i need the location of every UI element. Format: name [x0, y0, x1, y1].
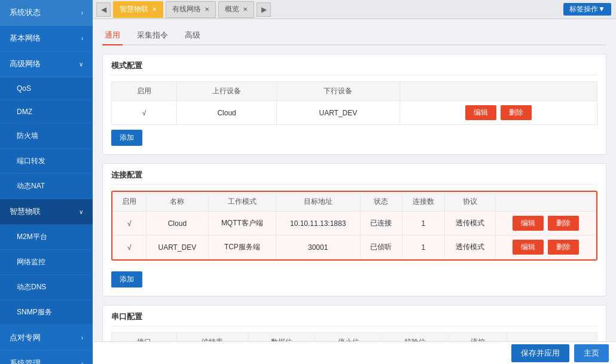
mode-action-cell: 编辑 删除	[400, 101, 597, 125]
chevron-down-icon: ∨	[79, 209, 83, 215]
chevron-right-icon: ›	[81, 360, 83, 365]
serial-table: 接口 波特率 数据位 停止位 校验位 流控 COM1 115200 8 1	[111, 332, 597, 341]
conn-row1-connections: 1	[402, 212, 444, 235]
table-row: √ Cloud UART_DEV 编辑 删除	[112, 101, 597, 125]
serial-col-parity: 校验位	[382, 333, 449, 342]
mode-section-title: 模式配置	[111, 60, 597, 75]
conn-row1-name: Cloud	[146, 212, 209, 235]
connection-section-title: 连接配置	[111, 170, 597, 185]
tab-advanced[interactable]: 高级	[182, 26, 203, 45]
sidebar-item-qos[interactable]: QoS	[0, 77, 93, 100]
sidebar-item-port-forward[interactable]: 端口转发	[0, 149, 93, 174]
conn-row2-name: UART_DEV	[146, 235, 209, 259]
tabbar: ◀ 智慧物联 ✕ 有线网络 ✕ 概览 ✕ ▶ 标签操作▼	[93, 0, 616, 19]
sidebar-item-firewall[interactable]: 防火墙	[0, 124, 93, 149]
tab-close-overview[interactable]: ✕	[243, 6, 248, 13]
serial-section-title: 串口配置	[111, 311, 597, 326]
serial-col-flowcontrol: 流控	[449, 333, 507, 342]
conn-row2-status: 已侦听	[360, 235, 402, 259]
sidebar-item-vpn[interactable]: 点对专网 ›	[0, 325, 93, 351]
mode-delete-button[interactable]: 删除	[501, 105, 532, 120]
serial-col-baudrate: 波特率	[177, 333, 249, 342]
conn-row1-target: 10.10.11.13:1883	[276, 212, 360, 235]
conn-row1-mode: MQTT客户端	[209, 212, 276, 235]
mode-edit-button[interactable]: 编辑	[465, 105, 496, 120]
conn-row2-edit-button[interactable]: 编辑	[513, 240, 544, 255]
conn-row2-mode: TCP服务端	[209, 235, 276, 259]
sidebar-item-sys-mgmt[interactable]: 系统管理 ›	[0, 351, 93, 364]
serial-col-interface: 接口	[112, 333, 177, 342]
sidebar-item-advanced-network[interactable]: 高级网络 ∨	[0, 51, 93, 77]
table-row: √ Cloud MQTT客户端 10.10.11.13:1883 已连接 1 透…	[113, 212, 596, 235]
serial-col-stopbits: 停止位	[315, 333, 382, 342]
sidebar: 系统状态 › 基本网络 › 高级网络 ∨ QoS DMZ 防火墙 端口转发 动态…	[0, 0, 93, 364]
inner-tabs: 通用 采集指令 高级	[102, 26, 606, 45]
connection-add-button[interactable]: 添加	[111, 271, 142, 287]
mode-downstream-cell: UART_DEV	[277, 101, 400, 125]
sidebar-item-dmz[interactable]: DMZ	[0, 100, 93, 124]
save-apply-button[interactable]: 保存并应用	[511, 344, 569, 362]
tab-next-button[interactable]: ▶	[257, 2, 271, 17]
conn-col-connections: 连接数	[402, 192, 444, 212]
conn-row1-enabled: √	[113, 212, 147, 235]
tag-ops-button[interactable]: 标签操作▼	[563, 3, 611, 16]
mode-config-section: 模式配置 启用 上行设备 下行设备 √ Cloud UART_DEV	[102, 54, 606, 155]
tab-prev-button[interactable]: ◀	[96, 2, 111, 17]
serial-col-actions	[507, 333, 597, 342]
conn-col-status: 状态	[360, 192, 402, 212]
sidebar-item-m2m[interactable]: M2M平台	[0, 225, 93, 250]
main-content: ◀ 智慧物联 ✕ 有线网络 ✕ 概览 ✕ ▶ 标签操作▼ 通用 采集指令 高级 …	[93, 0, 616, 364]
conn-row1-protocol: 透传模式	[444, 212, 495, 235]
connection-table-wrapper: 启用 名称 工作模式 目标地址 状态 连接数 协议 √	[111, 191, 597, 261]
conn-row1-actions: 编辑 删除	[495, 212, 596, 235]
tab-close-iot[interactable]: ✕	[152, 6, 157, 13]
conn-row1-edit-button[interactable]: 编辑	[513, 216, 544, 231]
conn-row2-target: 30001	[276, 235, 360, 259]
sidebar-item-network-monitor[interactable]: 网络监控	[0, 250, 93, 275]
serial-col-databits: 数据位	[248, 333, 315, 342]
content-area: 通用 采集指令 高级 模式配置 启用 上行设备 下行设备 √	[93, 19, 616, 341]
conn-row2-enabled: √	[113, 235, 147, 259]
conn-row2-delete-button[interactable]: 删除	[548, 240, 579, 255]
conn-col-name: 名称	[146, 192, 209, 212]
conn-row2-actions: 编辑 删除	[495, 235, 596, 259]
home-button[interactable]: 主页	[574, 344, 609, 362]
table-row: √ UART_DEV TCP服务端 30001 已侦听 1 透传模式 编辑 删除	[113, 235, 596, 259]
connection-config-section: 连接配置 启用 名称 工作模式 目标地址 状态 连接数 协议	[102, 163, 606, 296]
tab-collection-cmd[interactable]: 采集指令	[135, 26, 170, 45]
mode-col-upstream: 上行设备	[177, 82, 277, 101]
conn-col-actions	[495, 192, 596, 212]
conn-col-target: 目标地址	[276, 192, 360, 212]
conn-col-enabled: 启用	[113, 192, 147, 212]
chevron-down-icon: ∨	[79, 61, 83, 68]
tab-iot[interactable]: 智慧物联 ✕	[113, 1, 163, 18]
connection-table: 启用 名称 工作模式 目标地址 状态 连接数 协议 √	[112, 192, 596, 259]
conn-row2-protocol: 透传模式	[444, 235, 495, 259]
sidebar-item-basic-network[interactable]: 基本网络 ›	[0, 26, 93, 51]
sidebar-item-system-status[interactable]: 系统状态 ›	[0, 0, 93, 26]
serial-config-section: 串口配置 接口 波特率 数据位 停止位 校验位 流控 COM1	[102, 305, 606, 341]
sidebar-item-iot[interactable]: 智慧物联 ∨	[0, 199, 93, 225]
sidebar-item-dynamic-dns[interactable]: 动态DNS	[0, 275, 93, 300]
bottom-bar: 保存并应用 主页	[93, 341, 616, 364]
chevron-right-icon: ›	[81, 10, 83, 16]
mode-upstream-cell: Cloud	[177, 101, 277, 125]
conn-row1-status: 已连接	[360, 212, 402, 235]
mode-col-enabled: 启用	[112, 82, 177, 101]
sidebar-item-snmp[interactable]: SNMP服务	[0, 300, 93, 325]
conn-col-protocol: 协议	[444, 192, 495, 212]
tab-close-wired[interactable]: ✕	[205, 6, 209, 13]
conn-row2-connections: 1	[402, 235, 444, 259]
mode-add-button[interactable]: 添加	[111, 130, 142, 146]
tab-wired-network[interactable]: 有线网络 ✕	[166, 1, 216, 18]
mode-table: 启用 上行设备 下行设备 √ Cloud UART_DEV 编辑 删除	[111, 81, 597, 125]
tab-general[interactable]: 通用	[102, 26, 123, 45]
conn-row1-delete-button[interactable]: 删除	[548, 216, 579, 231]
chevron-right-icon: ›	[81, 35, 83, 42]
mode-col-downstream: 下行设备	[277, 82, 400, 101]
conn-col-mode: 工作模式	[209, 192, 276, 212]
sidebar-item-dynamic-nat[interactable]: 动态NAT	[0, 174, 93, 199]
chevron-right-icon: ›	[81, 335, 83, 341]
tab-overview[interactable]: 概览 ✕	[218, 1, 254, 18]
mode-col-actions	[400, 82, 597, 101]
